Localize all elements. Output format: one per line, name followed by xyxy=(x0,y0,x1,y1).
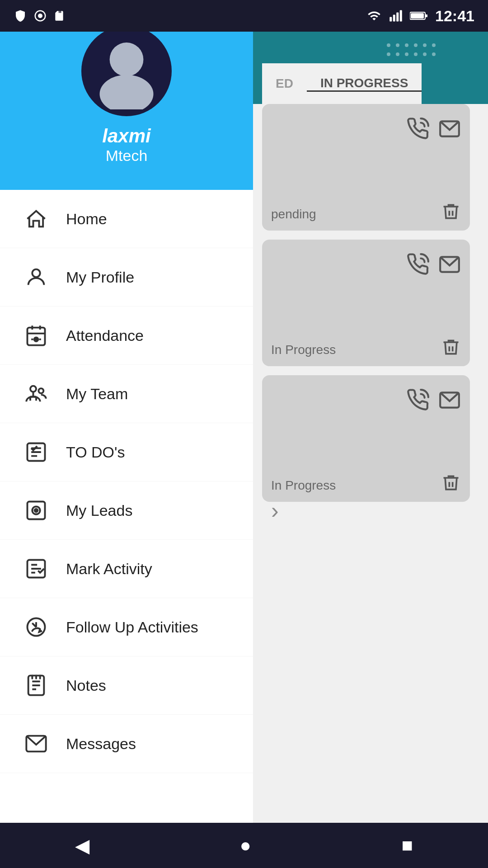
bg-cards: pending In Progress xyxy=(262,104,479,502)
card-2-status: In Progress xyxy=(271,343,461,357)
menu-item-follow-up[interactable]: Follow Up Activities xyxy=(0,598,253,656)
card-3-icons xyxy=(407,389,461,411)
shield-icon xyxy=(14,9,27,23)
trash-icon-1 xyxy=(441,202,461,222)
menu-item-home[interactable]: Home xyxy=(0,190,253,248)
menu-item-mark-activity[interactable]: Mark Activity xyxy=(0,540,253,598)
activity-icon xyxy=(23,555,50,582)
menu-item-attendance[interactable]: Attendance xyxy=(0,307,253,365)
team-icon xyxy=(23,380,50,407)
tab-ed: ED xyxy=(262,76,307,91)
menu-label-attendance: Attendance xyxy=(66,327,144,344)
svg-point-25 xyxy=(100,75,154,109)
svg-rect-4 xyxy=(396,13,399,22)
svg-rect-2 xyxy=(389,17,392,22)
trash-icon-2 xyxy=(441,337,461,357)
svg-rect-5 xyxy=(400,10,402,22)
phone-icon-2 xyxy=(407,253,429,276)
svg-point-16 xyxy=(396,52,399,56)
phone-icon-1 xyxy=(407,118,429,140)
menu-item-my-leads[interactable]: My Leads xyxy=(0,481,253,540)
svg-rect-7 xyxy=(425,14,427,17)
svg-point-24 xyxy=(110,42,144,76)
menu-label-activity: Mark Activity xyxy=(66,560,152,578)
card-3-status: In Progress xyxy=(271,478,461,493)
profile-icon xyxy=(23,264,50,291)
svg-point-13 xyxy=(423,43,427,47)
status-left-icons xyxy=(14,9,65,23)
svg-rect-8 xyxy=(411,13,424,19)
wifi-icon xyxy=(366,9,382,23)
svg-point-30 xyxy=(38,388,43,393)
battery-icon xyxy=(410,9,428,22)
mail-icon-1 xyxy=(438,118,461,140)
svg-point-28 xyxy=(34,337,38,341)
svg-point-10 xyxy=(396,43,399,47)
menu-item-my-profile[interactable]: My Profile xyxy=(0,248,253,307)
mail-icon-3 xyxy=(438,389,461,411)
bg-card-3: In Progress xyxy=(262,375,470,502)
leads-icon xyxy=(23,497,50,524)
menu-label-notes: Notes xyxy=(66,677,106,694)
svg-point-12 xyxy=(414,43,418,47)
attendance-icon xyxy=(23,322,50,349)
nav-home-button[interactable]: ● xyxy=(231,830,260,861)
menu-label-team: My Team xyxy=(66,385,128,403)
user-info: laxmi Mtech xyxy=(102,125,150,165)
menu-list: Home My Profile Attendance xyxy=(0,190,253,868)
notes-icon xyxy=(23,672,50,699)
messages-icon xyxy=(23,730,50,757)
avatar xyxy=(81,26,172,116)
followup-icon xyxy=(23,613,50,641)
mail-icon-2 xyxy=(438,253,461,276)
svg-point-20 xyxy=(432,52,436,56)
svg-point-9 xyxy=(387,43,390,47)
menu-label-followup: Follow Up Activities xyxy=(66,618,198,636)
dots-pattern xyxy=(384,41,474,63)
status-right-icons: 12:41 xyxy=(366,7,474,25)
settings-icon xyxy=(33,9,47,23)
status-bar: 12:41 xyxy=(0,0,488,32)
nav-recents-button[interactable]: ■ xyxy=(392,830,422,861)
svg-point-15 xyxy=(387,52,390,56)
svg-point-1 xyxy=(38,14,42,18)
arrow-hint: › xyxy=(271,497,279,524)
sdcard-icon xyxy=(53,9,65,23)
menu-item-my-team[interactable]: My Team xyxy=(0,365,253,423)
svg-rect-3 xyxy=(393,15,395,22)
svg-point-17 xyxy=(405,52,408,56)
card-2-icons xyxy=(407,253,461,276)
nav-back-button[interactable]: ◀ xyxy=(66,830,99,861)
user-role: Mtech xyxy=(102,147,150,165)
user-name: laxmi xyxy=(102,125,150,147)
svg-point-19 xyxy=(423,52,427,56)
svg-point-38 xyxy=(35,509,38,512)
svg-rect-27 xyxy=(28,328,45,345)
home-icon xyxy=(23,205,50,232)
signal-icon xyxy=(389,9,403,23)
tab-in-progress: IN PROGRESS xyxy=(307,76,422,92)
phone-icon-3 xyxy=(407,389,429,411)
avatar-silhouette xyxy=(88,33,165,109)
card-1-icons xyxy=(407,118,461,140)
bg-card-2: In Progress xyxy=(262,240,470,366)
menu-label-leads: My Leads xyxy=(66,502,132,519)
menu-label-todos: TO DO's xyxy=(66,443,125,461)
bottom-navigation: ◀ ● ■ xyxy=(0,823,488,868)
menu-label-messages: Messages xyxy=(66,735,136,753)
todos-icon xyxy=(23,439,50,466)
menu-item-notes[interactable]: Notes xyxy=(0,656,253,715)
bg-tabs: ED IN PROGRESS xyxy=(262,63,422,104)
bg-card-1: pending xyxy=(262,104,470,231)
card-1-status: pending xyxy=(271,207,461,222)
menu-item-messages[interactable]: Messages xyxy=(0,715,253,773)
menu-label-home: Home xyxy=(66,210,107,228)
menu-label-profile: My Profile xyxy=(66,269,134,286)
menu-item-todos[interactable]: TO DO's xyxy=(0,423,253,481)
svg-point-14 xyxy=(432,43,436,47)
trash-icon-3 xyxy=(441,473,461,493)
svg-point-26 xyxy=(32,269,40,277)
svg-point-18 xyxy=(414,52,418,56)
svg-point-11 xyxy=(405,43,408,47)
navigation-drawer: laxmi Mtech Home My Profile xyxy=(0,0,253,868)
